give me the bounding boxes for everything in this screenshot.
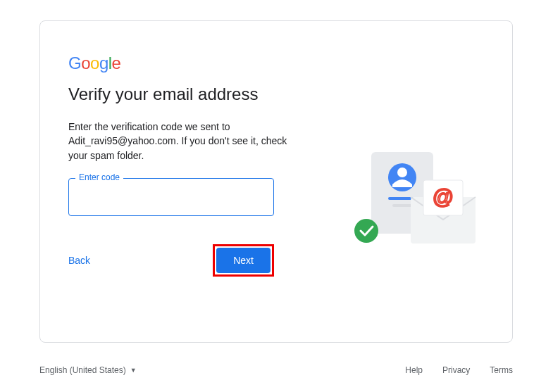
chevron-down-icon: ▼ <box>130 367 137 374</box>
language-selector[interactable]: English (United States) ▼ <box>39 365 137 375</box>
svg-point-2 <box>397 167 407 177</box>
footer-links: Help Privacy Terms <box>405 365 513 375</box>
code-field-label: Enter code <box>75 172 123 182</box>
footer: English (United States) ▼ Help Privacy T… <box>39 365 513 375</box>
logo-letter: e <box>112 53 121 72</box>
logo-letter: o <box>81 53 90 72</box>
language-label: English (United States) <box>39 365 126 375</box>
logo-letter: g <box>99 53 108 72</box>
logo-letter: o <box>90 53 99 72</box>
page-title: Verify your email address <box>68 84 484 104</box>
google-logo: Google <box>68 53 484 73</box>
highlight-box: Next <box>213 244 274 277</box>
svg-rect-4 <box>392 204 412 207</box>
svg-text:@: @ <box>433 185 454 208</box>
next-button[interactable]: Next <box>216 248 271 273</box>
signup-card: Google Verify your email address Enter t… <box>39 20 513 343</box>
help-link[interactable]: Help <box>405 365 423 375</box>
verification-illustration: @ <box>342 148 483 253</box>
terms-link[interactable]: Terms <box>490 365 513 375</box>
instruction-text: Enter the verification code we sent to A… <box>68 120 288 163</box>
button-row: Back Next <box>68 244 274 277</box>
svg-point-8 <box>354 219 378 243</box>
code-field-wrap: Enter code <box>68 178 274 216</box>
logo-letter: G <box>68 53 81 72</box>
back-button[interactable]: Back <box>68 249 90 272</box>
privacy-link[interactable]: Privacy <box>442 365 470 375</box>
code-input[interactable] <box>68 178 274 216</box>
